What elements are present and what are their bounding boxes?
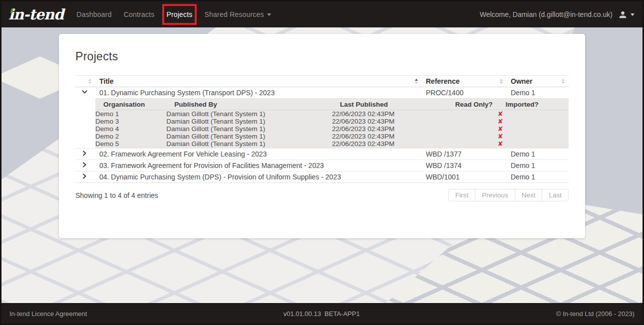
read-only-cell <box>436 110 498 118</box>
page-title: Projects <box>75 50 569 63</box>
subtable-header-row: Organisation Published By Last Published… <box>95 99 569 110</box>
table-row: 02. Framework Agreement For Vehicle Leas… <box>75 149 569 160</box>
expanded-detail-row: Organisation Published By Last Published… <box>75 98 569 149</box>
entries-summary: Showing 1 to 4 of 4 entries <box>75 191 158 199</box>
organisation-cell: Demo 2 <box>95 133 166 140</box>
column-header-owner[interactable]: Owner <box>507 76 569 87</box>
main-nav: Dashboard Contracts Projects Shared Reso… <box>70 1 277 27</box>
next-page-button[interactable]: Next <box>515 189 543 201</box>
published-by-cell: Damian Gillott (Tenant System 1) <box>166 118 332 125</box>
sort-icon <box>500 79 503 84</box>
subtable-row: Demo 5 Damian Gillott (Tenant System 1) … <box>95 140 569 148</box>
table-footer: Showing 1 to 4 of 4 entries First Previo… <box>75 189 569 201</box>
not-imported-x-icon: ✘ <box>498 133 569 140</box>
table-row: 01. Dynamic Purchasing System (Transport… <box>75 87 569 99</box>
column-header-reference[interactable]: Reference <box>422 76 507 87</box>
subtable-row: Demo 4 Damian Gillott (Tenant System 1) … <box>95 125 569 133</box>
subcolumn-read-only: Read Only? <box>436 99 498 110</box>
version-text: v01.01.00.13 BETA-APP1 <box>284 310 360 318</box>
previous-page-button[interactable]: Previous <box>475 189 515 201</box>
nav-item-dashboard[interactable]: Dashboard <box>70 1 117 27</box>
pagination: First Previous Next Last <box>448 189 569 201</box>
read-only-cell <box>436 118 498 125</box>
subcolumn-published-by: Published By <box>166 99 332 110</box>
sort-ascending-icon <box>415 79 418 84</box>
nav-item-projects[interactable]: Projects <box>160 1 198 27</box>
sort-icon <box>562 79 565 84</box>
organisation-cell: Demo 3 <box>95 118 166 125</box>
read-only-cell <box>436 133 498 140</box>
table-row: 03. Framework Agreement for Provision of… <box>75 160 569 171</box>
published-by-cell: Damian Gillott (Tenant System 1) <box>166 140 332 148</box>
not-imported-x-icon: ✘ <box>498 110 569 118</box>
project-reference: WBD /1374 <box>422 160 507 171</box>
first-page-button[interactable]: First <box>448 189 475 201</box>
read-only-cell <box>436 125 498 133</box>
project-title: 04. Dynamic Purchasing System (DPS) - Pr… <box>95 171 422 183</box>
last-published-cell: 22/06/2023 02:43PM <box>332 125 436 133</box>
app-logo[interactable]: in-tend <box>8 6 63 23</box>
project-reference: WBD /1377 <box>422 149 507 160</box>
subtable-row: Demo 3 Damian Gillott (Tenant System 1) … <box>95 118 569 125</box>
organisation-cell: Demo 5 <box>95 140 166 148</box>
project-owner: Demo 1 <box>507 149 569 160</box>
subtable-row: Demo 2 Damian Gillott (Tenant System 1) … <box>95 133 569 140</box>
not-imported-x-icon: ✘ <box>498 118 569 125</box>
navbar-right: Welcome, Damian (d.gillott@in-tend.co.uk… <box>480 10 635 19</box>
page-footer: In-tend Licence Agreement v01.01.00.13 B… <box>1 303 643 324</box>
project-reference: WBD/1001 <box>422 171 507 183</box>
column-header-title[interactable]: Title <box>95 76 422 87</box>
page-background: Projects Title Reference Owner <box>1 27 643 303</box>
not-imported-x-icon: ✘ <box>498 140 569 148</box>
table-header-row: Title Reference Owner <box>75 76 569 87</box>
subcolumn-last-published: Last Published <box>332 99 436 110</box>
project-owner: Demo 1 <box>507 160 569 171</box>
organisation-cell: Demo 4 <box>95 125 166 133</box>
project-owner: Demo 1 <box>507 171 569 183</box>
licence-agreement-link[interactable]: In-tend Licence Agreement <box>9 310 87 318</box>
subtable-row: Demo 1 Damian Gillott (Tenant System 1) … <box>95 110 569 118</box>
published-by-cell: Damian Gillott (Tenant System 1) <box>166 133 332 140</box>
expand-chevron-icon[interactable] <box>81 150 88 157</box>
sort-icon <box>88 79 91 84</box>
chevron-down-icon <box>267 13 271 16</box>
collapse-chevron-icon[interactable] <box>81 89 88 95</box>
welcome-text: Welcome, Damian (d.gillott@in-tend.co.uk… <box>480 10 613 18</box>
nav-item-shared-resources[interactable]: Shared Resources <box>199 1 277 27</box>
last-published-cell: 22/06/2023 02:43PM <box>332 118 436 125</box>
chevron-down-icon <box>631 13 635 16</box>
last-published-cell: 22/06/2023 02:43PM <box>332 110 436 118</box>
expand-chevron-icon[interactable] <box>81 173 88 179</box>
published-detail-table: Organisation Published By Last Published… <box>95 98 569 148</box>
table-row: 04. Dynamic Purchasing System (DPS) - Pr… <box>75 171 569 183</box>
app-logo-text: in-tend <box>8 6 63 23</box>
projects-table: Title Reference Owner 01. Dynamic Purcha… <box>75 75 569 183</box>
project-owner: Demo 1 <box>507 87 569 99</box>
subcolumn-organisation: Organisation <box>95 99 166 110</box>
subcolumn-imported: Imported? <box>498 99 569 110</box>
project-title: 02. Framework Agreement For Vehicle Leas… <box>95 149 422 160</box>
last-published-cell: 22/06/2023 02:43PM <box>332 140 436 148</box>
project-title: 03. Framework Agreement for Provision of… <box>95 160 422 171</box>
published-detail-block: Organisation Published By Last Published… <box>95 98 569 148</box>
user-icon <box>619 10 627 19</box>
projects-card: Projects Title Reference Owner <box>59 34 585 238</box>
expand-chevron-icon[interactable] <box>81 162 88 168</box>
not-imported-x-icon: ✘ <box>498 125 569 133</box>
column-header-expander[interactable] <box>75 76 95 87</box>
project-reference: PROC/1400 <box>422 87 507 99</box>
read-only-cell <box>436 140 498 148</box>
copyright-text: © In-tend Ltd (2006 - 2023) <box>556 310 635 318</box>
published-by-cell: Damian Gillott (Tenant System 1) <box>166 110 332 118</box>
last-page-button[interactable]: Last <box>542 189 569 201</box>
top-navbar: in-tend Dashboard Contracts Projects Sha… <box>1 1 643 27</box>
nav-item-contracts[interactable]: Contracts <box>118 1 161 27</box>
account-menu[interactable] <box>619 10 635 19</box>
published-by-cell: Damian Gillott (Tenant System 1) <box>166 125 332 133</box>
organisation-cell: Demo 1 <box>95 110 166 118</box>
last-published-cell: 22/06/2023 02:43PM <box>332 133 436 140</box>
project-title: 01. Dynamic Purchasing System (Transport… <box>95 87 422 99</box>
